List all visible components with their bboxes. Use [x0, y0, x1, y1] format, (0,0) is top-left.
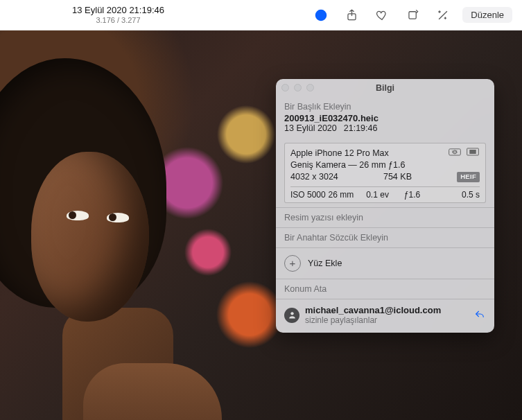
- avatar: [284, 308, 299, 323]
- filesize: 754 KB: [338, 171, 457, 183]
- svg-text:WB: WB: [452, 150, 458, 155]
- photo-datetime: 13 Eylül 2020 21:19:46: [72, 6, 164, 16]
- resolution: 4032 x 3024: [290, 171, 338, 183]
- svg-point-2: [320, 12, 322, 13]
- window-controls[interactable]: [281, 84, 314, 91]
- metering-icon: [466, 147, 480, 159]
- info-panel-title: Bilgi: [376, 83, 394, 93]
- caption-input[interactable]: Resim yazısı ekleyin: [284, 213, 486, 222]
- title-input[interactable]: Bir Başlık Ekleyin: [284, 102, 486, 112]
- white-balance-icon: WB: [448, 147, 462, 159]
- keyword-section: Bir Anahtar Sözcük Ekleyin: [276, 227, 494, 247]
- exif-focal: 26 mm: [329, 190, 367, 200]
- svg-rect-9: [470, 150, 476, 154]
- auto-enhance-button[interactable]: [429, 5, 457, 26]
- share-button[interactable]: [338, 5, 365, 26]
- favorite-button[interactable]: [368, 5, 396, 26]
- photo-count: 3.176 / 3.277: [96, 16, 140, 25]
- exif-shutter: 0.5 s: [442, 190, 480, 200]
- shared-by-row[interactable]: michael_cavanna1@icloud.com sizinle payl…: [276, 299, 494, 333]
- camera-lens: Geniş Kamera — 26 mm ƒ1.6: [290, 159, 480, 171]
- exif-row: ISO 5000 26 mm 0.1 ev ƒ1.6 0.5 s: [290, 186, 480, 200]
- svg-point-10: [290, 312, 293, 315]
- svg-rect-4: [409, 12, 416, 19]
- format-badge: HEIF: [457, 172, 480, 182]
- shared-sublabel: sizinle paylaşılanlar: [305, 315, 468, 325]
- edit-button[interactable]: Düzenle: [462, 7, 512, 23]
- exif-ev: 0.1 ev: [366, 190, 404, 200]
- info-button[interactable]: [307, 5, 335, 26]
- caption-section: Resim yazısı ekleyin: [276, 207, 494, 227]
- filename-label: 200913_iE032470.heic: [284, 113, 486, 123]
- reply-icon[interactable]: [473, 308, 486, 322]
- info-panel: Bilgi Bir Başlık Ekleyin 200913_iE032470…: [276, 79, 494, 333]
- exif-iso: ISO 5000: [290, 190, 329, 200]
- capture-time: 21:19:46: [344, 123, 378, 133]
- add-face-label: Yüz Ekle: [308, 259, 342, 268]
- top-toolbar: 13 Eylül 2020 21:19:46 3.176 / 3.277 Düz…: [0, 0, 522, 30]
- keyword-input[interactable]: Bir Anahtar Sözcük Ekleyin: [284, 233, 486, 243]
- title-section: Bir Başlık Ekleyin 200913_iE032470.heic …: [276, 97, 494, 138]
- capture-date: 13 Eylül 2020: [284, 123, 337, 133]
- photo-title-block: 13 Eylül 2020 21:19:46 3.176 / 3.277: [10, 6, 164, 25]
- rotate-button[interactable]: [399, 5, 426, 26]
- add-face-row[interactable]: + Yüz Ekle: [276, 247, 494, 279]
- plus-icon: +: [284, 255, 301, 272]
- camera-info-box: WB Apple iPhone 12 Pro Max Geniş Kamera …: [284, 143, 486, 203]
- location-section[interactable]: Konum Ata: [276, 279, 494, 299]
- shared-email: michael_cavanna1@icloud.com: [305, 305, 468, 316]
- info-panel-titlebar: Bilgi: [276, 79, 494, 97]
- exif-aperture: ƒ1.6: [404, 190, 442, 200]
- assign-location-label: Konum Ata: [284, 284, 486, 294]
